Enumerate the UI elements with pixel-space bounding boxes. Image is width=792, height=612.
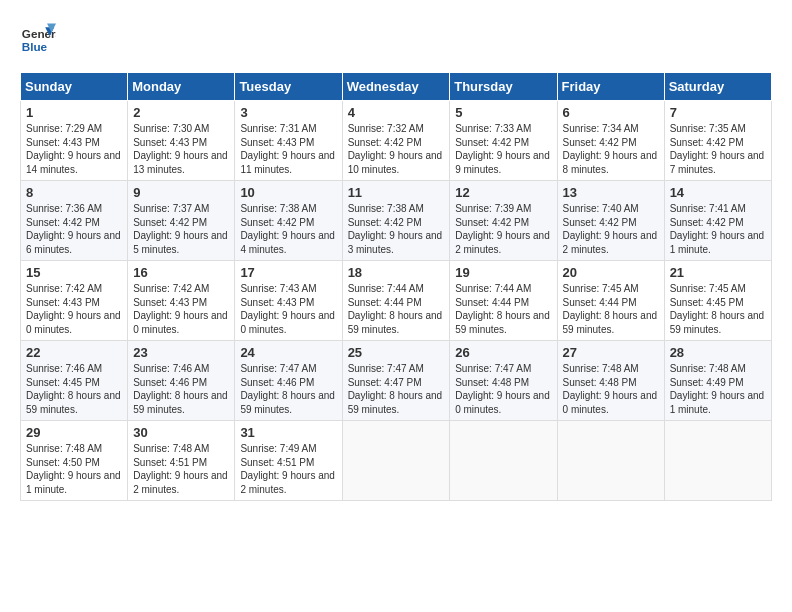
day-number: 17 [240, 265, 336, 280]
calendar-cell: 10Sunrise: 7:38 AMSunset: 4:42 PMDayligh… [235, 181, 342, 261]
day-number: 12 [455, 185, 551, 200]
day-number: 26 [455, 345, 551, 360]
day-number: 28 [670, 345, 766, 360]
calendar-week-5: 29Sunrise: 7:48 AMSunset: 4:50 PMDayligh… [21, 421, 772, 501]
day-number: 29 [26, 425, 122, 440]
day-header-monday: Monday [128, 73, 235, 101]
calendar-cell: 31Sunrise: 7:49 AMSunset: 4:51 PMDayligh… [235, 421, 342, 501]
calendar-cell [342, 421, 450, 501]
cell-info: Sunrise: 7:48 AMSunset: 4:50 PMDaylight:… [26, 442, 122, 496]
day-number: 21 [670, 265, 766, 280]
cell-info: Sunrise: 7:42 AMSunset: 4:43 PMDaylight:… [133, 282, 229, 336]
logo-icon: General Blue [20, 20, 56, 56]
calendar-cell [557, 421, 664, 501]
cell-info: Sunrise: 7:38 AMSunset: 4:42 PMDaylight:… [240, 202, 336, 256]
day-number: 25 [348, 345, 445, 360]
calendar-cell: 21Sunrise: 7:45 AMSunset: 4:45 PMDayligh… [664, 261, 771, 341]
calendar-header-row: SundayMondayTuesdayWednesdayThursdayFrid… [21, 73, 772, 101]
calendar-table: SundayMondayTuesdayWednesdayThursdayFrid… [20, 72, 772, 501]
calendar-cell: 20Sunrise: 7:45 AMSunset: 4:44 PMDayligh… [557, 261, 664, 341]
cell-info: Sunrise: 7:47 AMSunset: 4:46 PMDaylight:… [240, 362, 336, 416]
day-number: 1 [26, 105, 122, 120]
cell-info: Sunrise: 7:31 AMSunset: 4:43 PMDaylight:… [240, 122, 336, 176]
calendar-cell: 5Sunrise: 7:33 AMSunset: 4:42 PMDaylight… [450, 101, 557, 181]
calendar-cell: 28Sunrise: 7:48 AMSunset: 4:49 PMDayligh… [664, 341, 771, 421]
day-number: 5 [455, 105, 551, 120]
calendar-cell: 25Sunrise: 7:47 AMSunset: 4:47 PMDayligh… [342, 341, 450, 421]
calendar-cell: 26Sunrise: 7:47 AMSunset: 4:48 PMDayligh… [450, 341, 557, 421]
calendar-cell: 6Sunrise: 7:34 AMSunset: 4:42 PMDaylight… [557, 101, 664, 181]
calendar-cell: 1Sunrise: 7:29 AMSunset: 4:43 PMDaylight… [21, 101, 128, 181]
cell-info: Sunrise: 7:39 AMSunset: 4:42 PMDaylight:… [455, 202, 551, 256]
cell-info: Sunrise: 7:44 AMSunset: 4:44 PMDaylight:… [348, 282, 445, 336]
calendar-week-1: 1Sunrise: 7:29 AMSunset: 4:43 PMDaylight… [21, 101, 772, 181]
day-number: 19 [455, 265, 551, 280]
day-number: 6 [563, 105, 659, 120]
cell-info: Sunrise: 7:46 AMSunset: 4:45 PMDaylight:… [26, 362, 122, 416]
calendar-cell: 2Sunrise: 7:30 AMSunset: 4:43 PMDaylight… [128, 101, 235, 181]
svg-text:Blue: Blue [22, 40, 48, 53]
cell-info: Sunrise: 7:43 AMSunset: 4:43 PMDaylight:… [240, 282, 336, 336]
calendar-cell: 18Sunrise: 7:44 AMSunset: 4:44 PMDayligh… [342, 261, 450, 341]
cell-info: Sunrise: 7:48 AMSunset: 4:51 PMDaylight:… [133, 442, 229, 496]
cell-info: Sunrise: 7:46 AMSunset: 4:46 PMDaylight:… [133, 362, 229, 416]
day-number: 30 [133, 425, 229, 440]
cell-info: Sunrise: 7:36 AMSunset: 4:42 PMDaylight:… [26, 202, 122, 256]
cell-info: Sunrise: 7:37 AMSunset: 4:42 PMDaylight:… [133, 202, 229, 256]
calendar-cell: 24Sunrise: 7:47 AMSunset: 4:46 PMDayligh… [235, 341, 342, 421]
cell-info: Sunrise: 7:47 AMSunset: 4:48 PMDaylight:… [455, 362, 551, 416]
day-number: 2 [133, 105, 229, 120]
day-number: 27 [563, 345, 659, 360]
cell-info: Sunrise: 7:29 AMSunset: 4:43 PMDaylight:… [26, 122, 122, 176]
day-header-sunday: Sunday [21, 73, 128, 101]
calendar-cell: 11Sunrise: 7:38 AMSunset: 4:42 PMDayligh… [342, 181, 450, 261]
cell-info: Sunrise: 7:32 AMSunset: 4:42 PMDaylight:… [348, 122, 445, 176]
calendar-cell: 9Sunrise: 7:37 AMSunset: 4:42 PMDaylight… [128, 181, 235, 261]
cell-info: Sunrise: 7:45 AMSunset: 4:44 PMDaylight:… [563, 282, 659, 336]
calendar-cell: 7Sunrise: 7:35 AMSunset: 4:42 PMDaylight… [664, 101, 771, 181]
calendar-cell: 14Sunrise: 7:41 AMSunset: 4:42 PMDayligh… [664, 181, 771, 261]
cell-info: Sunrise: 7:42 AMSunset: 4:43 PMDaylight:… [26, 282, 122, 336]
day-header-thursday: Thursday [450, 73, 557, 101]
calendar-cell: 19Sunrise: 7:44 AMSunset: 4:44 PMDayligh… [450, 261, 557, 341]
calendar-cell: 16Sunrise: 7:42 AMSunset: 4:43 PMDayligh… [128, 261, 235, 341]
day-number: 7 [670, 105, 766, 120]
day-number: 13 [563, 185, 659, 200]
day-header-saturday: Saturday [664, 73, 771, 101]
cell-info: Sunrise: 7:45 AMSunset: 4:45 PMDaylight:… [670, 282, 766, 336]
calendar-cell: 3Sunrise: 7:31 AMSunset: 4:43 PMDaylight… [235, 101, 342, 181]
day-header-friday: Friday [557, 73, 664, 101]
day-header-wednesday: Wednesday [342, 73, 450, 101]
day-number: 14 [670, 185, 766, 200]
calendar-cell: 22Sunrise: 7:46 AMSunset: 4:45 PMDayligh… [21, 341, 128, 421]
day-number: 23 [133, 345, 229, 360]
day-header-tuesday: Tuesday [235, 73, 342, 101]
cell-info: Sunrise: 7:35 AMSunset: 4:42 PMDaylight:… [670, 122, 766, 176]
day-number: 15 [26, 265, 122, 280]
cell-info: Sunrise: 7:44 AMSunset: 4:44 PMDaylight:… [455, 282, 551, 336]
day-number: 22 [26, 345, 122, 360]
cell-info: Sunrise: 7:48 AMSunset: 4:48 PMDaylight:… [563, 362, 659, 416]
logo: General Blue [20, 20, 56, 56]
calendar-cell: 29Sunrise: 7:48 AMSunset: 4:50 PMDayligh… [21, 421, 128, 501]
page-header: General Blue [20, 20, 772, 56]
calendar-cell: 13Sunrise: 7:40 AMSunset: 4:42 PMDayligh… [557, 181, 664, 261]
cell-info: Sunrise: 7:49 AMSunset: 4:51 PMDaylight:… [240, 442, 336, 496]
day-number: 10 [240, 185, 336, 200]
calendar-cell [664, 421, 771, 501]
day-number: 31 [240, 425, 336, 440]
calendar-week-2: 8Sunrise: 7:36 AMSunset: 4:42 PMDaylight… [21, 181, 772, 261]
cell-info: Sunrise: 7:47 AMSunset: 4:47 PMDaylight:… [348, 362, 445, 416]
day-number: 4 [348, 105, 445, 120]
cell-info: Sunrise: 7:34 AMSunset: 4:42 PMDaylight:… [563, 122, 659, 176]
day-number: 11 [348, 185, 445, 200]
day-number: 8 [26, 185, 122, 200]
calendar-cell: 8Sunrise: 7:36 AMSunset: 4:42 PMDaylight… [21, 181, 128, 261]
day-number: 18 [348, 265, 445, 280]
calendar-cell: 23Sunrise: 7:46 AMSunset: 4:46 PMDayligh… [128, 341, 235, 421]
calendar-cell [450, 421, 557, 501]
cell-info: Sunrise: 7:40 AMSunset: 4:42 PMDaylight:… [563, 202, 659, 256]
day-number: 3 [240, 105, 336, 120]
calendar-cell: 30Sunrise: 7:48 AMSunset: 4:51 PMDayligh… [128, 421, 235, 501]
calendar-cell: 27Sunrise: 7:48 AMSunset: 4:48 PMDayligh… [557, 341, 664, 421]
